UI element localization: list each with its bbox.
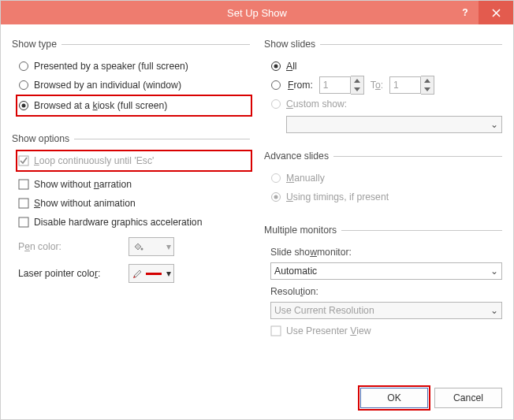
laser-color-label: Laser pointer color: <box>18 268 128 279</box>
presenter-label: Use Presenter View <box>286 325 371 336</box>
svg-point-10 <box>274 65 278 69</box>
cancel-button[interactable]: Cancel <box>434 388 502 408</box>
svg-point-15 <box>274 195 278 199</box>
show-type-legend: Show type <box>12 39 61 50</box>
resolution-value: Use Current Resolution <box>274 305 374 316</box>
checkbox-icon <box>18 179 29 190</box>
show-type-kiosk-label: Browsed at a kiosk (full screen) <box>34 100 167 111</box>
setup-show-dialog: Set Up Show ? Show type Presented by a s… <box>0 0 514 420</box>
window-title: Set Up Show <box>227 7 287 19</box>
pen-color-row: Pen color: ▾ <box>18 237 250 256</box>
laser-color-row: Laser pointer color: ▾ <box>18 264 250 283</box>
custom-show-select: ⌄ <box>286 116 502 133</box>
advance-manually: Manually <box>270 169 502 187</box>
gfx-label: Disable hardware graphics acceleration <box>34 217 202 228</box>
pen-color-picker[interactable]: ▾ <box>128 237 174 256</box>
show-options-group: Show options Loop continuously until 'Es… <box>12 133 250 292</box>
spin-up-icon[interactable] <box>421 76 434 85</box>
pen-color-label: Pen color: <box>18 241 128 252</box>
radio-checked-icon <box>18 100 29 111</box>
chevron-down-icon: ⌄ <box>490 266 498 277</box>
slides-custom: Custom show: <box>270 95 502 113</box>
radio-disabled-icon <box>270 98 281 110</box>
close-icon <box>492 9 501 17</box>
monitor-value: Automatic <box>274 266 317 277</box>
ok-button[interactable]: OK <box>360 388 428 408</box>
color-swatch <box>146 246 162 248</box>
checkbox-icon <box>270 325 281 336</box>
disable-hw-graphics[interactable]: Disable hardware graphics acceleration <box>18 214 250 231</box>
loop-label: Loop continuously until 'Esc' <box>34 155 154 166</box>
use-presenter-view: Use Presenter View <box>270 322 502 340</box>
checkbox-icon <box>18 217 29 228</box>
to-field <box>389 76 434 95</box>
checkbox-icon <box>18 198 29 209</box>
laser-color-picker[interactable]: ▾ <box>128 264 174 283</box>
chevron-down-icon: ▾ <box>166 241 171 252</box>
titlebar-buttons: ? <box>452 1 513 24</box>
close-button[interactable] <box>479 1 513 24</box>
to-label: To: <box>371 80 383 91</box>
show-type-individual[interactable]: Browsed by an individual (window) <box>18 76 250 94</box>
show-type-kiosk[interactable]: Browsed at a kiosk (full screen) <box>18 97 250 114</box>
right-column: Show slides All From: <box>264 39 502 377</box>
monitor-label: Slide show monitor: <box>270 243 502 261</box>
loop-continuously: Loop continuously until 'Esc' <box>18 152 250 169</box>
resolution-label: Resolution: <box>270 283 502 300</box>
timings-label: Using timings, if present <box>286 191 389 203</box>
spin-down-icon[interactable] <box>351 85 363 94</box>
svg-point-11 <box>272 81 281 90</box>
radio-checked-icon <box>270 61 281 72</box>
dialog-buttons: OK Cancel <box>360 388 502 408</box>
svg-rect-5 <box>19 180 28 189</box>
monitor-select[interactable]: Automatic ⌄ <box>270 262 502 280</box>
spin-down-icon[interactable] <box>421 85 434 94</box>
narration-label: Show without narration <box>34 179 132 190</box>
monitors-legend: Multiple monitors <box>264 225 341 236</box>
advance-legend: Advance slides <box>264 151 333 162</box>
radio-disabled-icon <box>270 173 281 184</box>
svg-rect-4 <box>19 156 28 165</box>
show-slides-group: Show slides All From: <box>264 39 502 139</box>
dialog-body: Show type Presented by a speaker (full s… <box>1 24 513 419</box>
paint-bucket-icon <box>132 240 144 253</box>
radio-icon <box>270 80 281 91</box>
radio-disabled-icon <box>270 191 281 203</box>
show-type-speaker[interactable]: Presented by a speaker (full screen) <box>18 58 250 75</box>
show-options-legend: Show options <box>12 133 74 144</box>
svg-point-1 <box>20 81 28 90</box>
chevron-down-icon: ⌄ <box>490 119 498 130</box>
show-type-group: Show type Presented by a speaker (full s… <box>12 39 250 122</box>
slides-range[interactable]: From: To: <box>270 76 502 94</box>
manual-label: Manually <box>286 173 325 184</box>
chevron-down-icon: ⌄ <box>490 305 498 316</box>
svg-rect-7 <box>19 217 28 227</box>
slides-all[interactable]: All <box>270 58 502 75</box>
left-column: Show type Presented by a speaker (full s… <box>12 39 250 377</box>
spin-up-icon[interactable] <box>351 76 363 85</box>
radio-icon <box>18 61 29 72</box>
from-field <box>319 76 364 95</box>
help-button[interactable]: ? <box>452 1 479 24</box>
to-input[interactable] <box>389 76 421 94</box>
show-without-animation[interactable]: Show without animation <box>18 195 250 212</box>
svg-point-13 <box>272 174 281 183</box>
animation-label: Show without animation <box>34 198 136 209</box>
svg-rect-6 <box>19 199 28 208</box>
checkbox-checked-icon <box>18 155 29 166</box>
show-without-narration[interactable]: Show without narration <box>18 176 250 193</box>
svg-rect-16 <box>271 326 281 336</box>
slides-all-label: All <box>286 61 297 72</box>
pencil-icon <box>132 269 144 278</box>
svg-point-12 <box>272 100 281 109</box>
multiple-monitors-group: Multiple monitors Slide show monitor: Au… <box>264 225 502 348</box>
radio-icon <box>18 80 29 91</box>
from-input[interactable] <box>319 76 351 94</box>
from-label: From: <box>288 80 313 91</box>
show-slides-legend: Show slides <box>264 39 320 50</box>
svg-point-0 <box>20 62 28 71</box>
chevron-down-icon: ▾ <box>166 268 171 279</box>
titlebar: Set Up Show ? <box>1 1 513 24</box>
svg-point-8 <box>141 248 143 251</box>
resolution-select: Use Current Resolution ⌄ <box>270 302 502 319</box>
